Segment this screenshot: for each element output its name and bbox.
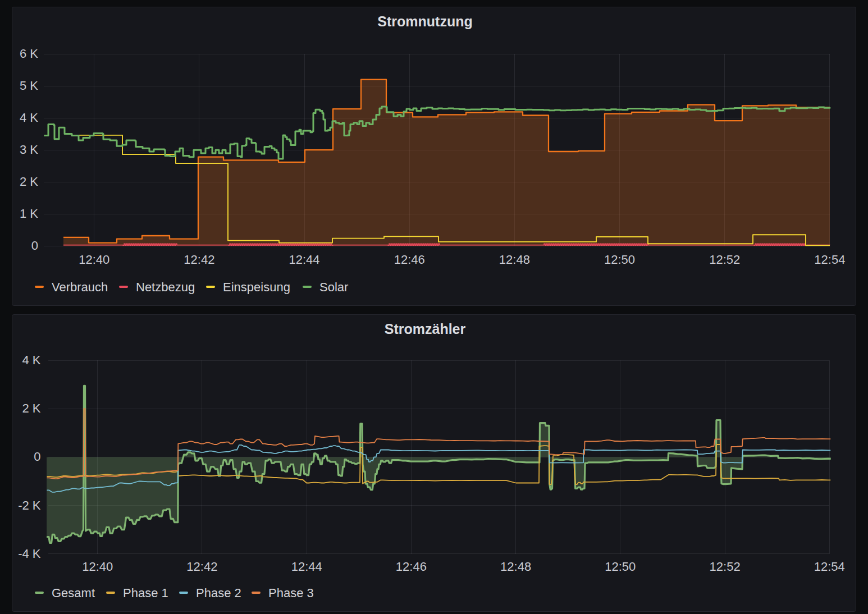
svg-text:-4 K: -4 K	[18, 547, 41, 561]
svg-text:2 K: 2 K	[22, 401, 40, 415]
svg-text:Stromzähler: Stromzähler	[385, 321, 466, 337]
svg-text:Phase 1: Phase 1	[123, 586, 168, 600]
svg-text:1 K: 1 K	[20, 207, 38, 221]
svg-text:12:46: 12:46	[394, 253, 425, 267]
svg-text:0: 0	[34, 450, 40, 464]
svg-text:0: 0	[31, 239, 38, 253]
svg-text:12:52: 12:52	[709, 253, 740, 267]
svg-text:Gesamt: Gesamt	[52, 586, 95, 600]
svg-text:Verbrauch: Verbrauch	[52, 280, 108, 294]
svg-text:Netzbezug: Netzbezug	[136, 280, 195, 294]
svg-text:Phase 3: Phase 3	[268, 586, 314, 600]
svg-text:12:48: 12:48	[500, 560, 531, 574]
svg-text:12:42: 12:42	[184, 253, 214, 267]
svg-text:12:54: 12:54	[814, 253, 845, 267]
svg-text:12:54: 12:54	[814, 560, 845, 574]
svg-text:12:48: 12:48	[499, 253, 530, 267]
svg-text:2 K: 2 K	[20, 175, 38, 189]
svg-text:5 K: 5 K	[20, 79, 38, 93]
svg-text:Solar: Solar	[319, 280, 348, 294]
svg-text:12:44: 12:44	[289, 253, 319, 267]
svg-text:12:52: 12:52	[710, 560, 741, 574]
svg-text:4 K: 4 K	[20, 111, 38, 125]
svg-text:-2 K: -2 K	[18, 498, 41, 512]
svg-text:12:50: 12:50	[605, 560, 636, 574]
svg-text:4 K: 4 K	[22, 353, 40, 367]
svg-text:12:44: 12:44	[291, 560, 322, 574]
svg-text:Phase 2: Phase 2	[196, 586, 241, 600]
svg-text:Stromnutzung: Stromnutzung	[377, 13, 472, 29]
svg-text:12:50: 12:50	[604, 253, 635, 267]
svg-text:12:42: 12:42	[186, 560, 217, 574]
svg-text:12:46: 12:46	[396, 560, 427, 574]
svg-text:12:40: 12:40	[79, 253, 109, 267]
svg-text:Einspeisung: Einspeisung	[223, 280, 290, 294]
svg-text:6 K: 6 K	[20, 47, 38, 61]
svg-text:3 K: 3 K	[20, 143, 38, 157]
svg-text:12:40: 12:40	[82, 560, 113, 574]
